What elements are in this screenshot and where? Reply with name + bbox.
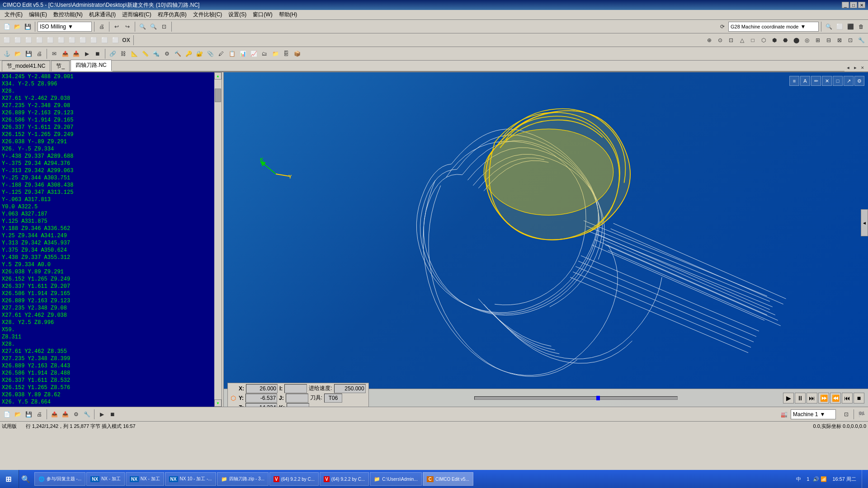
- tool2-1[interactable]: ⬜: [2, 35, 12, 45]
- x-input[interactable]: [246, 384, 278, 393]
- tool3-b5[interactable]: ⏹: [93, 49, 103, 59]
- tab-scroll-right[interactable]: ►: [852, 64, 859, 71]
- y-input[interactable]: [245, 394, 277, 403]
- wireframe-button[interactable]: ⬜: [835, 22, 844, 32]
- menu-window[interactable]: 窗口(W): [250, 10, 275, 19]
- close-button[interactable]: ✕: [858, 2, 865, 8]
- tool3-c15[interactable]: 🗂: [259, 49, 269, 59]
- scroll-down-button[interactable]: ▼: [214, 399, 222, 407]
- tool3-b2[interactable]: 📤: [60, 49, 70, 59]
- tool2-r15[interactable]: 🔧: [856, 35, 866, 45]
- tool2-8[interactable]: ⬜: [78, 35, 88, 45]
- print-button[interactable]: 🖨: [97, 22, 107, 32]
- machine-mode-dropdown[interactable]: G28 Machine coordinate mode ▼: [728, 22, 819, 32]
- j-input[interactable]: [286, 394, 308, 403]
- tab-close[interactable]: ✕: [859, 64, 866, 71]
- menu-machine-comm[interactable]: 机床通讯(I): [86, 10, 118, 19]
- tray-lang[interactable]: 中: [794, 475, 803, 483]
- menu-file[interactable]: 文件(E): [2, 10, 25, 19]
- progress-track[interactable]: [474, 396, 678, 400]
- feed-input[interactable]: [334, 384, 366, 393]
- bt-10[interactable]: ⏹: [108, 409, 118, 419]
- vp-btn-edit[interactable]: ✏: [811, 76, 821, 86]
- i-input[interactable]: [284, 384, 307, 393]
- tool2-r8[interactable]: ⬣: [780, 35, 790, 45]
- tool3-c12[interactable]: 📋: [227, 49, 237, 59]
- tool2-ox[interactable]: OX: [121, 35, 131, 45]
- solid-button[interactable]: ⬛: [845, 22, 855, 32]
- tool2-r10[interactable]: ◎: [802, 35, 812, 45]
- vp-btn-a[interactable]: A: [800, 76, 810, 86]
- tool3-open[interactable]: 📂: [13, 49, 23, 59]
- zoom-in-button[interactable]: 🔍: [137, 22, 147, 32]
- vp-btn-menu[interactable]: ≡: [789, 76, 799, 86]
- menu-cam[interactable]: 进而编程(C): [119, 10, 154, 19]
- pause-button[interactable]: ⏸: [795, 393, 806, 404]
- tool2-r3[interactable]: ⊡: [726, 35, 736, 45]
- taskbar-item-v64-1[interactable]: V (64) 9.2.2 by C...: [269, 472, 319, 486]
- menu-cnc[interactable]: 数控功能(N): [51, 10, 85, 19]
- tool3-b1[interactable]: ✉: [49, 49, 59, 59]
- progress-thumb[interactable]: [596, 396, 600, 400]
- bt-flag[interactable]: 🏁: [856, 409, 866, 419]
- tool3-save[interactable]: 💾: [24, 49, 33, 59]
- tool2-4[interactable]: ⬜: [34, 35, 44, 45]
- start-button[interactable]: ⊞: [0, 470, 19, 488]
- tool2-r5[interactable]: □: [748, 35, 758, 45]
- bt-5[interactable]: 📤: [49, 409, 59, 419]
- taskbar-item-explorer[interactable]: 📁 C:\Users\Admin...: [370, 472, 421, 486]
- tool3-c3[interactable]: 📐: [129, 49, 139, 59]
- tool3-c10[interactable]: 📎: [205, 49, 215, 59]
- tool2-10[interactable]: ⬜: [99, 35, 109, 45]
- bt-6[interactable]: 📥: [60, 409, 70, 419]
- tab-fouraxis[interactable]: 四轴刀路.NC: [71, 60, 112, 71]
- tool3-c16[interactable]: 📁: [270, 49, 280, 59]
- save-button[interactable]: 💾: [23, 22, 33, 32]
- rotate-icon[interactable]: ⟳: [717, 22, 727, 32]
- tool3-b4[interactable]: ▶: [82, 49, 92, 59]
- tool2-r14[interactable]: ⊡: [845, 35, 855, 45]
- tool3-c2[interactable]: ⛓: [118, 49, 128, 59]
- menu-edit[interactable]: 编辑(E): [26, 10, 50, 19]
- bt-4[interactable]: 🖨: [34, 409, 44, 419]
- code-editor[interactable]: X34.245 Y-2.488 Z9.001X34. Y-2.5 Z8.996X…: [0, 72, 222, 407]
- fast-backward-button[interactable]: ⏪: [830, 393, 841, 404]
- scroll-up-button[interactable]: ▲: [214, 72, 222, 80]
- bt-8[interactable]: 🔧: [82, 409, 92, 419]
- taskbar-item-cimco[interactable]: C CIMCO Edit v5...: [423, 472, 473, 486]
- bt-end[interactable]: ⊡: [841, 409, 851, 419]
- tool2-9[interactable]: ⬜: [89, 35, 99, 45]
- tool2-5[interactable]: ⬜: [45, 35, 55, 45]
- bt-7[interactable]: ⚙: [71, 409, 81, 419]
- tool2-2[interactable]: ⬜: [13, 35, 23, 45]
- search-button[interactable]: 🔍: [824, 22, 834, 32]
- tool-input[interactable]: [324, 394, 342, 403]
- postprocessor-dropdown[interactable]: ISO Milling ▼: [38, 22, 92, 32]
- taskbar-item-v64-2[interactable]: V (64) 9.2.2 by C...: [320, 472, 369, 486]
- skip-end-button[interactable]: ⏭: [807, 393, 817, 404]
- machine-select[interactable]: Machine 1 ▼: [791, 409, 836, 419]
- tool3-c4[interactable]: 📏: [140, 49, 150, 59]
- play-button[interactable]: ▶: [783, 393, 794, 404]
- menu-simulation[interactable]: 程序仿真(B): [155, 10, 189, 19]
- tool3-print[interactable]: 🖨: [34, 49, 44, 59]
- fast-forward-button[interactable]: ⏩: [818, 393, 829, 404]
- scroll-thumb[interactable]: [215, 89, 221, 102]
- tool2-6[interactable]: ⬜: [56, 35, 66, 45]
- tab-scroll-left[interactable]: ◄: [844, 64, 852, 71]
- code-content[interactable]: X34.245 Y-2.488 Z9.001X34. Y-2.5 Z8.996X…: [0, 72, 222, 407]
- skip-start-button[interactable]: ⏮: [842, 393, 853, 404]
- menu-settings[interactable]: 设置(S): [226, 10, 249, 19]
- vp-btn-box[interactable]: □: [833, 76, 843, 86]
- zoom-out-button[interactable]: 🔍: [148, 22, 158, 32]
- tool3-c11[interactable]: 🖊: [216, 49, 226, 59]
- tab-unknown[interactable]: 节_: [51, 61, 70, 71]
- stop-button[interactable]: ■: [854, 393, 864, 404]
- vp-btn-arrow[interactable]: ↗: [844, 76, 854, 86]
- vp-btn-close[interactable]: ✕: [822, 76, 832, 86]
- menu-compare[interactable]: 文件比较(C): [190, 10, 225, 19]
- tool2-3[interactable]: ⬜: [24, 35, 33, 45]
- tool3-c14[interactable]: 📈: [249, 49, 259, 59]
- tool3-c18[interactable]: 📦: [292, 49, 302, 59]
- tab-model41[interactable]: 节_model41.NC: [2, 61, 50, 71]
